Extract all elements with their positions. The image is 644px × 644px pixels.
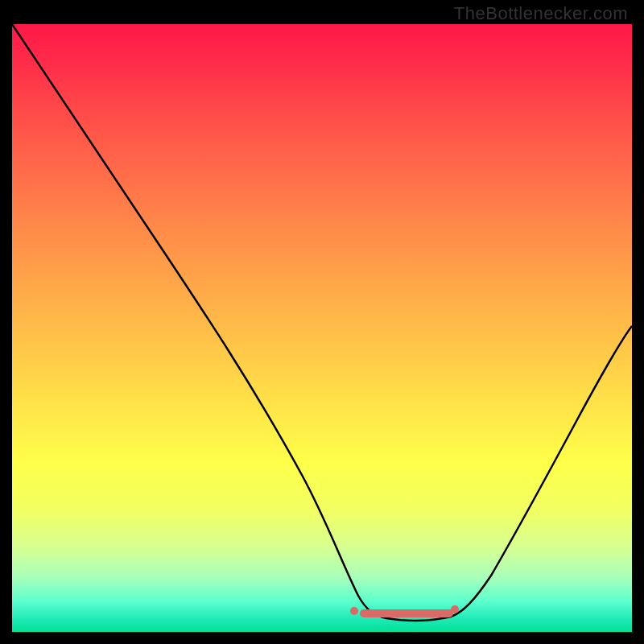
- chart-plot-area: [12, 24, 632, 632]
- attribution-text: TheBottlenecker.com: [454, 3, 628, 24]
- optimal-range-end-dot: [451, 605, 459, 613]
- optimal-range-start-dot: [350, 607, 358, 615]
- bottleneck-curve-path: [12, 24, 632, 621]
- chart-line-svg: [12, 24, 632, 632]
- optimal-range-bar: [360, 609, 453, 617]
